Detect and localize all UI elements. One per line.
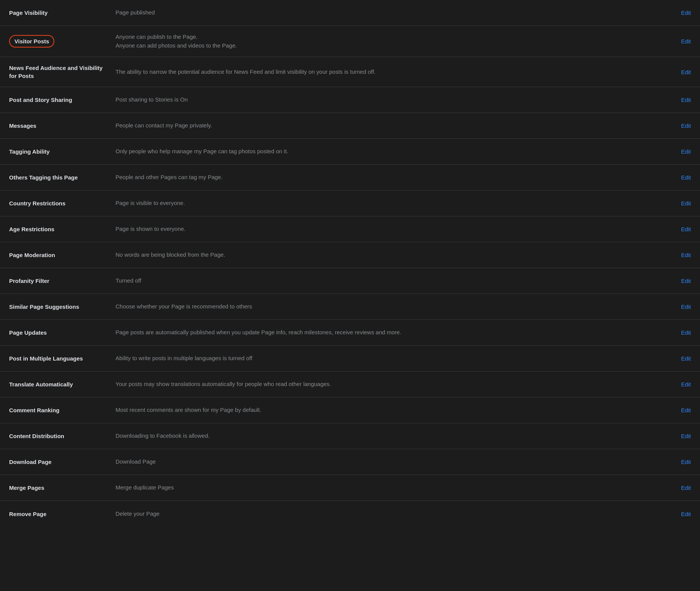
value-merge-pages: Merge duplicate Pages (116, 483, 668, 492)
edit-button-tagging-ability[interactable]: Edit (681, 148, 691, 155)
label-country-restrictions: Country Restrictions (9, 199, 116, 207)
edit-button-remove-page[interactable]: Edit (681, 511, 691, 517)
settings-row: MessagesPeople can contact my Page priva… (0, 113, 700, 139)
settings-row: Post and Story SharingPost sharing to St… (0, 87, 700, 113)
label-others-tagging-this-page: Others Tagging this Page (9, 173, 116, 181)
edit-col-age-restrictions: Edit (668, 226, 691, 232)
label-age-restrictions: Age Restrictions (9, 225, 116, 233)
edit-col-news-feed-audience: Edit (668, 69, 691, 75)
settings-row: Similar Page SuggestionsChoose whether y… (0, 294, 700, 320)
value-similar-page-suggestions: Choose whether your Page is recommended … (116, 302, 668, 311)
label-merge-pages: Merge Pages (9, 484, 116, 492)
settings-row: Merge PagesMerge duplicate PagesEdit (0, 475, 700, 501)
visitor-posts-highlight: Visitor Posts (9, 35, 54, 48)
settings-row: Visitor PostsAnyone can publish to the P… (0, 26, 700, 57)
label-page-moderation: Page Moderation (9, 251, 116, 259)
value-country-restrictions: Page is visible to everyone. (116, 199, 668, 208)
value-profanity-filter: Turned off (116, 276, 668, 285)
edit-button-merge-pages[interactable]: Edit (681, 485, 691, 491)
edit-button-content-distribution[interactable]: Edit (681, 433, 691, 439)
settings-row: Comment RankingMost recent comments are … (0, 397, 700, 423)
value-page-moderation: No words are being blocked from the Page… (116, 251, 668, 259)
edit-button-others-tagging-this-page[interactable]: Edit (681, 174, 691, 181)
settings-row: Download PageDownload PageEdit (0, 449, 700, 475)
settings-row: Page ModerationNo words are being blocke… (0, 242, 700, 268)
value-comment-ranking: Most recent comments are shown for my Pa… (116, 406, 668, 415)
edit-button-post-in-multiple-languages[interactable]: Edit (681, 355, 691, 362)
edit-col-translate-automatically: Edit (668, 381, 691, 388)
value-translate-automatically: Your posts may show translations automat… (116, 380, 668, 389)
edit-col-merge-pages: Edit (668, 485, 691, 491)
label-comment-ranking: Comment Ranking (9, 406, 116, 414)
edit-col-page-updates: Edit (668, 329, 691, 336)
settings-row: Content DistributionDownloading to Faceb… (0, 423, 700, 449)
settings-row: Tagging AbilityOnly people who help mana… (0, 139, 700, 165)
settings-row: Page UpdatesPage posts are automatically… (0, 320, 700, 346)
label-post-in-multiple-languages: Post in Multiple Languages (9, 354, 116, 362)
edit-button-page-visibility[interactable]: Edit (681, 10, 691, 16)
edit-col-profanity-filter: Edit (668, 278, 691, 284)
value-messages: People can contact my Page privately. (116, 121, 668, 130)
edit-col-post-and-story-sharing: Edit (668, 97, 691, 103)
edit-button-translate-automatically[interactable]: Edit (681, 381, 691, 388)
value-remove-page: Delete your Page (116, 510, 668, 518)
edit-button-download-page[interactable]: Edit (681, 459, 691, 465)
settings-row: Others Tagging this PagePeople and other… (0, 165, 700, 191)
value-content-distribution: Downloading to Facebook is allowed. (116, 432, 668, 440)
edit-col-tagging-ability: Edit (668, 148, 691, 155)
edit-col-post-in-multiple-languages: Edit (668, 355, 691, 362)
edit-button-profanity-filter[interactable]: Edit (681, 278, 691, 284)
edit-col-comment-ranking: Edit (668, 407, 691, 413)
edit-col-download-page: Edit (668, 459, 691, 465)
edit-button-page-updates[interactable]: Edit (681, 329, 691, 336)
edit-col-page-visibility: Edit (668, 10, 691, 16)
label-tagging-ability: Tagging Ability (9, 148, 116, 156)
edit-col-visitor-posts: Edit (668, 38, 691, 44)
value-news-feed-audience: The ability to narrow the potential audi… (116, 68, 668, 76)
edit-col-messages: Edit (668, 122, 691, 129)
edit-col-country-restrictions: Edit (668, 200, 691, 207)
label-visitor-posts: Visitor Posts (9, 35, 116, 48)
settings-row: News Feed Audience and Visibility for Po… (0, 57, 700, 87)
value-download-page: Download Page (116, 458, 668, 466)
settings-row: Country RestrictionsPage is visible to e… (0, 191, 700, 216)
label-profanity-filter: Profanity Filter (9, 277, 116, 285)
edit-col-similar-page-suggestions: Edit (668, 303, 691, 310)
edit-col-page-moderation: Edit (668, 252, 691, 258)
value-post-and-story-sharing: Post sharing to Stories is On (116, 95, 668, 104)
label-download-page: Download Page (9, 458, 116, 466)
edit-button-messages[interactable]: Edit (681, 122, 691, 129)
edit-button-country-restrictions[interactable]: Edit (681, 200, 691, 207)
value-tagging-ability: Only people who help manage my Page can … (116, 147, 668, 156)
settings-container: Page VisibilityPage publishedEditVisitor… (0, 0, 700, 527)
edit-button-visitor-posts[interactable]: Edit (681, 38, 691, 44)
label-post-and-story-sharing: Post and Story Sharing (9, 96, 116, 104)
value-visitor-posts: Anyone can publish to the Page.Anyone ca… (116, 33, 668, 50)
settings-row: Translate AutomaticallyYour posts may sh… (0, 372, 700, 397)
value-post-in-multiple-languages: Ability to write posts in multiple langu… (116, 354, 668, 363)
value-page-visibility: Page published (116, 8, 668, 17)
label-page-updates: Page Updates (9, 329, 116, 337)
edit-col-remove-page: Edit (668, 511, 691, 517)
label-remove-page: Remove Page (9, 510, 116, 518)
settings-row: Remove PageDelete your PageEdit (0, 501, 700, 527)
label-messages: Messages (9, 122, 116, 130)
value-others-tagging-this-page: People and other Pages can tag my Page. (116, 173, 668, 182)
edit-button-news-feed-audience[interactable]: Edit (681, 69, 691, 75)
settings-row: Profanity FilterTurned offEdit (0, 268, 700, 294)
edit-button-comment-ranking[interactable]: Edit (681, 407, 691, 413)
edit-button-page-moderation[interactable]: Edit (681, 252, 691, 258)
value-age-restrictions: Page is shown to everyone. (116, 225, 668, 234)
label-page-visibility: Page Visibility (9, 9, 116, 17)
label-similar-page-suggestions: Similar Page Suggestions (9, 303, 116, 311)
label-translate-automatically: Translate Automatically (9, 380, 116, 388)
label-news-feed-audience: News Feed Audience and Visibility for Po… (9, 64, 116, 80)
value-page-updates: Page posts are automatically published w… (116, 328, 668, 337)
settings-row: Page VisibilityPage publishedEdit (0, 0, 700, 26)
label-content-distribution: Content Distribution (9, 432, 116, 440)
settings-row: Age RestrictionsPage is shown to everyon… (0, 216, 700, 242)
edit-button-post-and-story-sharing[interactable]: Edit (681, 97, 691, 103)
edit-button-age-restrictions[interactable]: Edit (681, 226, 691, 232)
edit-col-others-tagging-this-page: Edit (668, 174, 691, 181)
edit-button-similar-page-suggestions[interactable]: Edit (681, 303, 691, 310)
